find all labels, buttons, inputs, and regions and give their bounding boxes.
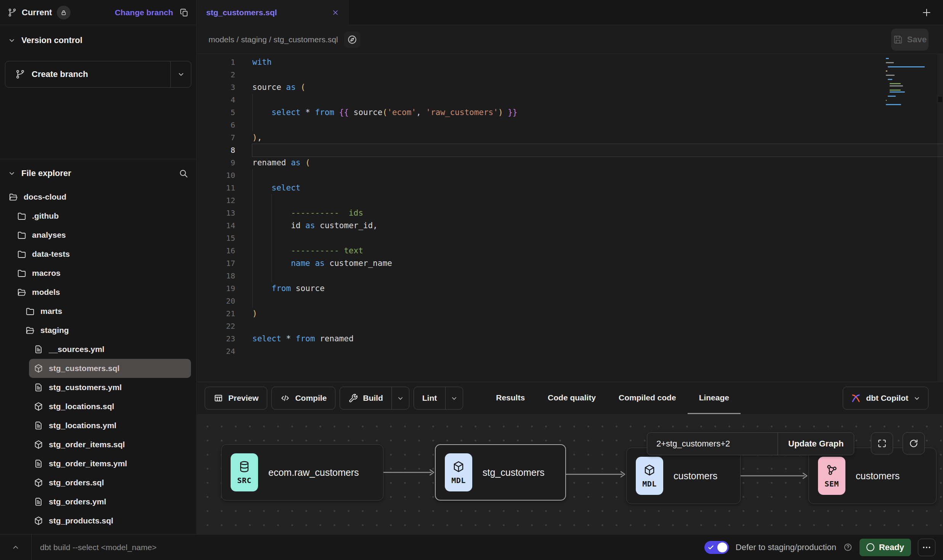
lineage-node-source[interactable]: SRC ecom.raw_customers — [221, 444, 383, 501]
tab-stg-customers-sql[interactable]: stg_customers.sql — [197, 0, 349, 25]
code-line-5[interactable]: 5 select * from {{ source('ecom', 'raw_c… — [197, 106, 943, 119]
minimap[interactable] — [886, 58, 932, 108]
file-tree-item-staging[interactable]: staging — [0, 321, 196, 340]
command-input-placeholder[interactable]: dbt build --select <model_name> — [40, 543, 157, 552]
compile-button[interactable]: Compile — [271, 387, 335, 410]
code-line-11[interactable]: 11 select — [197, 182, 943, 194]
lineage-node-stg-customers[interactable]: MDL stg_customers — [435, 444, 566, 501]
code-line-23[interactable]: 23select * from renamed — [197, 333, 943, 345]
build-menu-button[interactable] — [391, 387, 409, 409]
lineage-selector-input[interactable]: 2+stg_customers+2 — [647, 433, 778, 455]
file-tree-item-stg-order-items-yml[interactable]: stg_order_items.yml — [0, 454, 196, 473]
refresh-graph-button[interactable] — [903, 432, 925, 454]
new-tab-button[interactable] — [921, 7, 932, 18]
file-tree-item--sources-yml[interactable]: __sources.yml — [0, 340, 196, 359]
code-line-24[interactable]: 24 — [197, 345, 943, 358]
copy-branch-icon[interactable] — [180, 8, 189, 17]
file-tree-item-data-tests[interactable]: data-tests — [0, 245, 196, 264]
badge-label: MDL — [642, 479, 657, 488]
code-text: select * from renamed — [252, 333, 943, 345]
create-branch-button[interactable]: Create branch — [5, 61, 170, 87]
lineage-controls: 2+stg_customers+2 Update Graph — [647, 432, 854, 455]
file-tree-item-stg-locations-sql[interactable]: stg_locations.sql — [0, 397, 196, 416]
code-line-8[interactable]: 8 — [197, 144, 943, 157]
lint-menu-button[interactable] — [445, 387, 463, 409]
defer-toggle[interactable] — [704, 541, 729, 554]
code-line-20[interactable]: 20 — [197, 295, 943, 307]
cube-icon — [452, 460, 465, 473]
file-tree-item-stg-products-sql[interactable]: stg_products.sql — [0, 511, 196, 530]
lint-button[interactable]: Lint — [414, 387, 445, 409]
dbt-copilot-button[interactable]: dbt Copilot — [843, 387, 929, 410]
panel-tab-results[interactable]: Results — [484, 382, 536, 414]
file-tree-item-stg-customers-yml[interactable]: stg_customers.yml — [0, 378, 196, 397]
code-line-9[interactable]: 9renamed as ( — [197, 157, 943, 169]
more-options-button[interactable] — [918, 539, 935, 556]
preview-button[interactable]: Preview — [205, 387, 267, 410]
lineage-node-customers-semantic[interactable]: SEM customers — [808, 448, 937, 504]
file-tree-item-marts[interactable]: marts — [0, 302, 196, 321]
panel-tab-compiled-code[interactable]: Compiled code — [607, 382, 688, 414]
file-tree-item-macros[interactable]: macros — [0, 264, 196, 283]
code-line-4[interactable]: 4 — [197, 94, 943, 106]
ide-status-button[interactable]: Ready — [860, 539, 911, 556]
code-line-3[interactable]: 3source as ( — [197, 81, 943, 94]
code-line-6[interactable]: 6 — [197, 119, 943, 131]
build-button[interactable]: Build — [340, 387, 391, 409]
close-tab-icon[interactable] — [332, 9, 339, 16]
save-button[interactable]: Save — [891, 29, 929, 51]
panel-tab-lineage[interactable]: Lineage — [688, 382, 741, 414]
indent-guide — [252, 270, 253, 282]
code-line-2[interactable]: 2 — [197, 69, 943, 81]
breadcrumb-bar: models / staging / stg_customers.sql Sav… — [197, 25, 943, 54]
file-navigate-button[interactable] — [344, 32, 360, 48]
folder-icon — [17, 268, 27, 278]
lineage-node-customers-model[interactable]: MDL customers — [626, 448, 741, 504]
code-editor[interactable]: 1with23source as (45 select * from {{ so… — [197, 54, 943, 382]
model-badge: MDL — [445, 453, 472, 491]
code-line-14[interactable]: 14 id as customer_id, — [197, 219, 943, 232]
file-tree-item-stg-orders-sql[interactable]: stg_orders.sql — [0, 473, 196, 492]
file-label: models — [32, 288, 60, 297]
code-line-21[interactable]: 21) — [197, 307, 943, 320]
file-explorer-header[interactable]: File explorer — [0, 159, 196, 187]
collapse-command-bar-button[interactable] — [0, 534, 32, 560]
file-label: stg_locations.sql — [49, 402, 114, 411]
code-line-1[interactable]: 1with — [197, 56, 943, 69]
create-branch-menu-button[interactable] — [170, 61, 191, 87]
file-tree-item-stg-order-items-sql[interactable]: stg_order_items.sql — [0, 435, 196, 454]
file-tree-item-analyses[interactable]: analyses — [0, 226, 196, 245]
code-line-22[interactable]: 22 — [197, 320, 943, 333]
file-label: stg_order_items.yml — [49, 459, 127, 468]
code-line-13[interactable]: 13 ---------- ids — [197, 207, 943, 219]
version-control-header[interactable]: Version control — [0, 25, 196, 56]
code-line-16[interactable]: 16 ---------- text — [197, 245, 943, 257]
code-line-10[interactable]: 10 — [197, 169, 943, 182]
update-graph-button[interactable]: Update Graph — [778, 433, 854, 455]
code-line-18[interactable]: 18 — [197, 270, 943, 282]
file-tree-item--github[interactable]: .github — [0, 206, 196, 226]
change-branch-link[interactable]: Change branch — [115, 8, 173, 17]
line-number: 11 — [197, 182, 235, 194]
lineage-canvas[interactable]: SRC ecom.raw_customers MDL stg_customers… — [197, 414, 943, 534]
help-icon[interactable] — [843, 542, 853, 552]
file-tree-item-stg-orders-yml[interactable]: stg_orders.yml — [0, 492, 196, 511]
indent-guide — [252, 194, 253, 207]
panel-tab-code-quality[interactable]: Code quality — [536, 382, 607, 414]
code-text — [252, 194, 943, 207]
fullscreen-button[interactable] — [871, 432, 893, 454]
file-tree-item-docs-cloud[interactable]: docs-cloud — [0, 187, 196, 206]
search-icon[interactable] — [178, 168, 188, 178]
editor-scrollbar[interactable] — [937, 54, 943, 382]
code-line-15[interactable]: 15 — [197, 232, 943, 245]
status-bar: dbt build --select <model_name> Defer to… — [0, 534, 943, 560]
code-text: ) — [252, 307, 943, 320]
code-line-7[interactable]: 7), — [197, 131, 943, 144]
file-tree-item-stg-customers-sql[interactable]: stg_customers.sql — [29, 359, 191, 378]
scrollbar-thumb[interactable] — [938, 97, 942, 102]
code-line-17[interactable]: 17 name as customer_name — [197, 257, 943, 270]
file-tree-item-stg-locations-yml[interactable]: stg_locations.yml — [0, 416, 196, 435]
code-line-19[interactable]: 19 from source — [197, 282, 943, 295]
file-tree-item-models[interactable]: models — [0, 283, 196, 302]
code-line-12[interactable]: 12 — [197, 194, 943, 207]
